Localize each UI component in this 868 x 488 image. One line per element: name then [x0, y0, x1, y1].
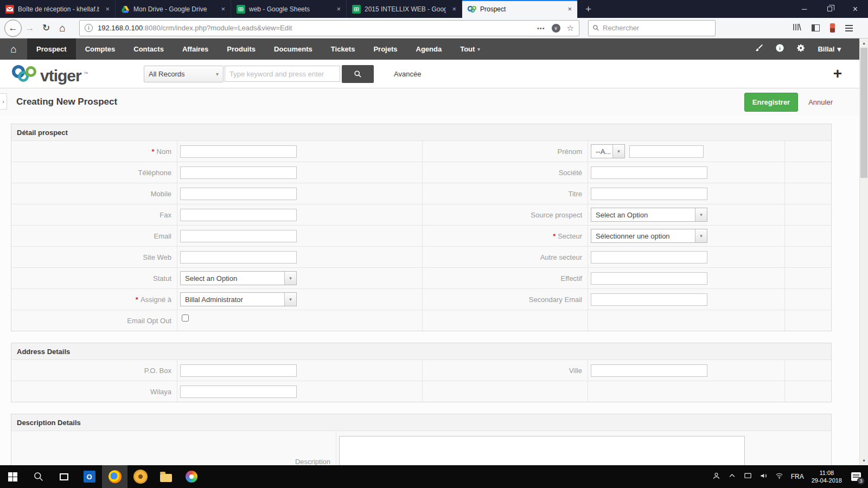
clock[interactable]: 11:08 29-04-2018 [812, 469, 842, 485]
chevron-down-icon: ▾ [695, 208, 707, 221]
effectif-input[interactable] [591, 272, 707, 285]
record-scope-select[interactable]: All Records ▾ [144, 66, 224, 82]
close-button[interactable]: × [843, 0, 868, 18]
brush-icon[interactable] [754, 43, 763, 55]
field-input-cell [177, 204, 422, 225]
field-input-cell [588, 289, 784, 310]
email-opt-out-checkbox[interactable] [182, 314, 189, 322]
pr-nom-salutation-select[interactable]: --A...▾ [591, 144, 625, 158]
browser-search-input[interactable] [603, 24, 711, 32]
nav-item-contacts[interactable]: Contacts [124, 38, 173, 60]
field-label-cell: Description [11, 431, 336, 465]
flower-app-button[interactable] [127, 465, 153, 488]
start-button[interactable] [0, 465, 25, 488]
nav-item-agenda[interactable]: Agenda [407, 38, 451, 60]
restore-button[interactable] [817, 0, 843, 18]
wifi-icon[interactable] [775, 472, 783, 482]
pr-nom-input[interactable] [629, 145, 704, 158]
browser-tab[interactable]: 2015 INTELLIX WEB - Google Sh× [347, 0, 462, 18]
back-button[interactable]: ← [4, 20, 22, 37]
tab-close-icon[interactable]: × [334, 5, 343, 13]
tab-close-icon[interactable]: × [565, 5, 574, 13]
statut-select[interactable]: Select an Option▾ [180, 271, 297, 285]
nav-item-prospect[interactable]: Prospect [27, 38, 76, 60]
bookmark-star-icon[interactable]: ☆ [567, 23, 574, 33]
tab-close-icon[interactable]: × [103, 5, 112, 13]
people-icon[interactable] [712, 472, 720, 482]
refresh-button[interactable]: ↻ [38, 20, 54, 36]
nav-item-affaires[interactable]: Affaires [173, 38, 218, 60]
site-info-icon[interactable]: i [85, 24, 93, 32]
browser-tab[interactable]: web - Google Sheets× [231, 0, 347, 18]
field-label: Source prospect [531, 211, 582, 219]
user-menu[interactable]: Billal▾ [818, 45, 841, 53]
save-button[interactable]: Enregistrer [744, 93, 798, 112]
nav-item-tickets[interactable]: Tickets [322, 38, 365, 60]
site-web-input[interactable] [180, 251, 297, 264]
firefox-taskbar-button[interactable] [102, 465, 127, 488]
sidebar-icon[interactable] [812, 24, 820, 31]
mobile-input[interactable] [180, 188, 297, 200]
tab-close-icon[interactable]: × [450, 5, 458, 13]
taskbar-search-button[interactable] [25, 465, 51, 488]
nom-input[interactable] [180, 145, 297, 158]
cancel-button[interactable]: Annuler [808, 98, 833, 106]
crm-search-input[interactable] [225, 66, 340, 82]
hamburger-menu-icon[interactable] [845, 25, 853, 31]
autre-secteur-input[interactable] [591, 251, 707, 264]
language-indicator[interactable]: FRA [791, 473, 804, 480]
browser-tab[interactable]: Boîte de réception - khellaf.bill× [0, 0, 116, 18]
volume-icon[interactable] [760, 472, 768, 482]
nav-item-comptes[interactable]: Comptes [76, 38, 125, 60]
library-icon[interactable] [793, 23, 801, 34]
nav-item-produits[interactable]: Produits [218, 38, 265, 60]
source-prospect-select[interactable]: Select an Option▾ [591, 208, 707, 222]
file-explorer-button[interactable] [153, 465, 178, 488]
email-input[interactable] [180, 230, 297, 242]
display-icon[interactable] [744, 472, 752, 482]
advanced-search-link[interactable]: Avancée [394, 70, 421, 78]
info-icon[interactable]: i [775, 43, 784, 55]
browser-search-bar[interactable] [588, 20, 716, 36]
ville-input[interactable] [591, 364, 707, 377]
browser-tab[interactable]: Mon Drive - Google Drive× [116, 0, 231, 18]
t-l-phone-input[interactable] [180, 166, 297, 179]
tab-close-icon[interactable]: × [219, 5, 227, 13]
action-center-button[interactable]: 3 [850, 470, 863, 483]
quick-create-button[interactable]: + [833, 66, 842, 81]
nav-item-tout[interactable]: Tout▾ [451, 38, 489, 60]
secteur-select[interactable]: Sélectionner une option▾ [591, 229, 707, 243]
nav-item-projets[interactable]: Projets [364, 38, 406, 60]
minimize-button[interactable]: ─ [792, 0, 817, 18]
gear-icon[interactable] [796, 43, 806, 55]
new-tab-button[interactable]: + [578, 0, 599, 18]
nav-item-label: Projets [373, 45, 397, 53]
scroll-up-arrow[interactable]: ▴ [860, 39, 868, 47]
p-o-box-input[interactable] [180, 364, 297, 377]
outlook-taskbar-button[interactable]: O [76, 465, 102, 488]
secondary-email-input[interactable] [591, 293, 707, 306]
fax-input[interactable] [180, 209, 297, 221]
page-actions-icon[interactable]: ••• [537, 25, 545, 31]
browser-scrollbar[interactable]: ▴ ▾ [859, 38, 868, 465]
show-hidden-icons-chevron[interactable] [728, 472, 736, 482]
home-button[interactable]: ⌂ [54, 20, 71, 36]
titre-input[interactable] [591, 188, 707, 200]
crm-search-button[interactable] [342, 65, 374, 83]
home-nav-icon[interactable]: ⌂ [0, 38, 27, 60]
url-bar[interactable]: i 192.168.0.100:8080/crm/index.php?modul… [79, 20, 579, 36]
extension-icon[interactable] [830, 23, 835, 33]
description-textarea[interactable] [339, 436, 745, 465]
pocket-icon[interactable]: ∨ [552, 24, 560, 33]
task-view-button[interactable] [51, 465, 76, 488]
wilaya-input[interactable] [180, 386, 297, 398]
scroll-down-arrow[interactable]: ▾ [860, 457, 868, 465]
browser-tab[interactable]: Prospect× [462, 0, 578, 18]
paint-app-button[interactable] [178, 465, 204, 488]
soci-t-input[interactable] [591, 166, 707, 179]
nav-item-documents[interactable]: Documents [265, 38, 322, 60]
assign-select[interactable]: Billal Administrator▾ [180, 292, 297, 306]
collapse-sidebar-chevron[interactable]: › [0, 93, 7, 110]
scrollbar-thumb[interactable] [860, 48, 867, 178]
forward-button[interactable]: → [22, 20, 38, 36]
